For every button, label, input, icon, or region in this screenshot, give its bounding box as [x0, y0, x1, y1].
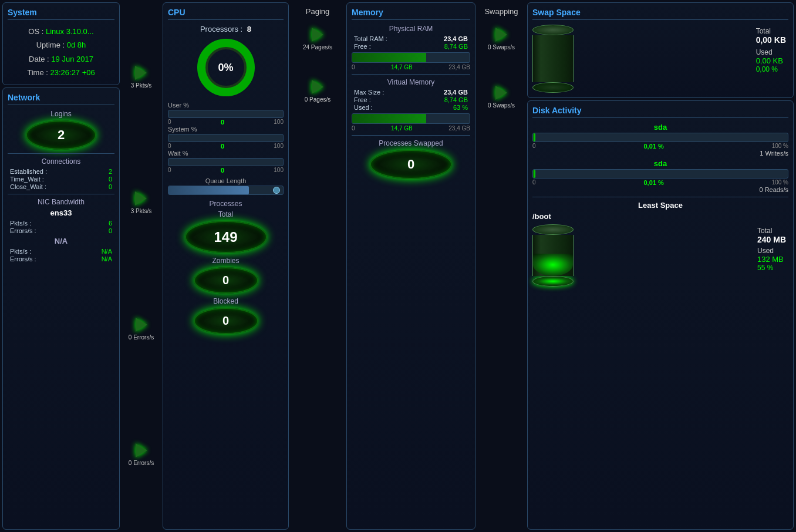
date-label: Date : [29, 55, 49, 63]
cyl-total-label: Total [757, 227, 786, 235]
nic2-pkts-value: N/A [102, 248, 112, 255]
queue-dot [273, 187, 280, 194]
virtual-memory-section: Virtual Memory Max Size : 23,4 GB Free :… [352, 78, 470, 132]
established-value: 2 [109, 168, 112, 175]
cyl-used-value: 132 MB [757, 255, 786, 264]
vm-bar-mid: 14,7 GB [391, 125, 413, 132]
swaps-in-label: 0 Swaps/s [488, 44, 515, 50]
vm-bar-min: 0 [352, 125, 355, 132]
free-ram-row: Free : 8,74 GB [354, 43, 468, 50]
swap-used-label: Used [756, 48, 786, 56]
proc-swapped-section: Processes Swapped 0 [352, 139, 470, 179]
net-arrow2: 3 Pkts/s [131, 191, 152, 214]
nic-bandwidth-label: NIC Bandwidth [8, 198, 114, 206]
user-value: 0 [221, 119, 224, 126]
uptime-value: 0d 8h [67, 41, 86, 49]
nic1-pkts-value: 6 [109, 220, 112, 227]
swap-space-panel: Swap Space Total 0,00 KB [527, 2, 794, 98]
os-label: OS : [28, 27, 43, 36]
memory-title: Memory [352, 8, 470, 20]
time-wait-value: 0 [109, 176, 112, 183]
user-max: 100 [274, 119, 284, 126]
net-arrow3: 0 Errors/s [129, 318, 154, 341]
proc-swapped-gauge: 0 [370, 150, 452, 179]
user-scale: 0 0 100 [168, 119, 284, 126]
pages-out-icon [312, 80, 323, 94]
system-min: 0 [168, 143, 171, 150]
least-cyl-body [532, 235, 574, 276]
nic2-errors-value: N/A [102, 255, 112, 262]
free-vm-value: 8,74 GB [444, 96, 468, 103]
least-cyl-bottom [532, 276, 574, 287]
cyl-used-label: Used [757, 247, 786, 255]
user-pct-section: User % 0 0 100 [168, 102, 284, 126]
connections-label: Connections [8, 157, 114, 166]
processors-row: Processors : 8 [168, 25, 284, 33]
nic2-errors-label: Errors/s : [10, 255, 36, 262]
date-value: 19 Jun 2017 [51, 55, 93, 63]
net-arrow1-label: 3 Pkts/s [131, 82, 152, 89]
disk1-max: 100 % [772, 143, 788, 150]
swap-total-value: 0,00 KB [756, 35, 786, 45]
memory-panel: Memory Physical RAM Total RAM : 23,4 GB … [346, 2, 475, 530]
proc-swapped-label: Processes Swapped [352, 139, 470, 147]
os-row: OS : Linux 3.10.0... [8, 25, 114, 38]
paging-col: Paging 24 Pages/s 0 Pages/s [291, 2, 344, 530]
processes-section: Processes Total 149 Zombies 0 Blocked 0 [168, 200, 284, 334]
disk1-section: sda 0 0,01 % 100 % 1 Writes/s [532, 123, 788, 157]
swapping-col: Swapping 0 Swaps/s 0 Swaps/s [478, 2, 525, 530]
net-arrow3-label: 0 Errors/s [129, 334, 154, 341]
uptime-row: Uptime : 0d 8h [8, 38, 114, 52]
swaps-out-arrow: 0 Swaps/s [478, 86, 525, 109]
nic2-errors-row: Errors/s : N/A [10, 255, 112, 262]
swaps-out-icon [495, 86, 507, 100]
zombies-gauge: 0 [194, 267, 258, 294]
processors-label: Processors : [200, 25, 242, 33]
swap-cylinder [532, 25, 574, 93]
time-label: Time : [27, 68, 48, 77]
vm-bar-labels: 0 14,7 GB 23,4 GB [352, 125, 470, 132]
least-cylinder-shape [532, 224, 574, 287]
ram-bar-max: 23,4 GB [448, 64, 470, 70]
os-value: Linux 3.10.0... [46, 27, 94, 36]
disk2-max: 100 % [772, 179, 788, 186]
free-vm-label: Free : [354, 96, 371, 103]
paging-title: Paging [291, 7, 344, 16]
disk2-fill [533, 170, 535, 178]
swaps-out-label: 0 Swaps/s [488, 102, 515, 109]
ram-bar-labels: 0 14,7 GB 23,4 GB [352, 64, 470, 70]
close-wait-value: 0 [109, 183, 112, 190]
nic1-pkts-row: Pkts/s : 6 [10, 220, 112, 227]
used-vm-row: Used : 63 % [354, 104, 468, 111]
cyl-used-pct: 55 % [757, 264, 786, 272]
total-value: 149 [214, 229, 237, 245]
least-space-path: /boot [532, 212, 788, 221]
vm-bar-max: 23,4 GB [448, 125, 470, 132]
cpu-title: CPU [168, 8, 284, 20]
nic1-pkts-label: Pkts/s : [10, 220, 31, 227]
time-row: Time : 23:26:27 +06 [8, 66, 114, 79]
user-label: User % [168, 102, 284, 109]
ram-bar-mid: 14,7 GB [391, 64, 413, 70]
disk1-scale: 0 0,01 % 100 % [532, 143, 788, 150]
queue-label: Queue Length [168, 177, 284, 184]
max-size-value: 23,4 GB [444, 89, 468, 96]
disk1-fill [533, 133, 535, 142]
vm-bar [352, 113, 470, 124]
writes-label: 1 Writes/s [532, 150, 788, 157]
nic1-name: ens33 [8, 208, 114, 217]
pages-in-label: 24 Pages/s [303, 44, 332, 50]
nic1-errors-row: Errors/s : 0 [10, 227, 112, 234]
network-arrows-col: 3 Pkts/s 3 Pkts/s 0 Errors/s 0 Errors/s [122, 2, 160, 530]
system-pct-section: System % 0 0 100 [168, 126, 284, 150]
net-arrow4-label: 0 Errors/s [129, 460, 154, 466]
disk2-bar [532, 169, 788, 179]
wait-value: 0 [221, 167, 224, 174]
used-vm-label: Used : [354, 104, 373, 111]
wait-bar [168, 158, 284, 166]
ram-bar [352, 52, 470, 63]
established-label: Established : [10, 168, 47, 175]
network-panel: Network Logins 2 Connections Established… [2, 87, 120, 530]
swap-cylinder-shape [532, 25, 574, 93]
total-ram-row: Total RAM : 23,4 GB [354, 35, 468, 42]
